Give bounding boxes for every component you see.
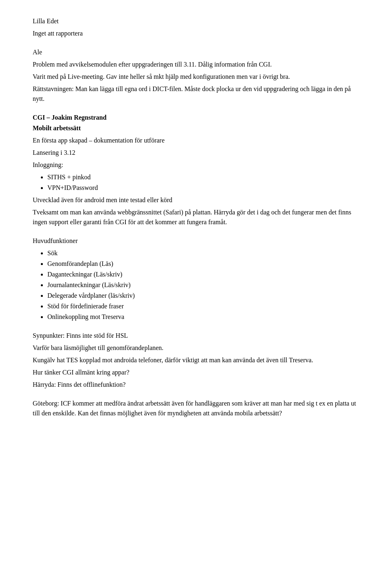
synpunkter-line5: Härryda: Finns det offlinefunktion?	[33, 380, 359, 390]
synpunkter-line4: Hur tänker CGI allmänt kring appar?	[33, 368, 359, 377]
list-item: Daganteckningar (Läs/skriv)	[47, 270, 359, 279]
lilla-edet-text: Inget att rapportera	[33, 29, 359, 38]
synpunkter-line2: Varför bara läsmöjlighet till genomföran…	[33, 343, 359, 353]
ale-line3: Rättstavningen: Man kan lägga till egna …	[33, 84, 359, 104]
list-item: Genomförandeplan (Läs)	[47, 259, 359, 269]
block-cgi-joakim: CGI – Joakim Regnstrand Mobilt arbetssät…	[33, 113, 359, 227]
list-item: Delegerade vårdplaner (läs/skriv)	[47, 291, 359, 301]
cgi-para2: Tveksamt om man kan använda webbgränssni…	[33, 207, 359, 227]
synpunkter-line3: Kungälv hat TES kopplad mot androida tel…	[33, 355, 359, 365]
ale-heading: Ale	[33, 47, 359, 57]
cgi-line2: Lansering i 3.12	[33, 148, 359, 158]
list-item: Stöd för fördefinierade fraser	[47, 301, 359, 311]
list-item: Journalanteckningar (Läs/skriv)	[47, 280, 359, 290]
block-huvudfunktioner: Huvudfunktioner Sök Genomförandeplan (Lä…	[33, 236, 359, 322]
block-goteborg: Göteborg: ICF kommer att medföra ändrat …	[33, 399, 359, 418]
list-item: SITHS + pinkod	[47, 172, 359, 182]
list-item: Onlinekoppling mot Treserva	[47, 312, 359, 322]
list-item: Sök	[47, 248, 359, 258]
cgi-inloggning-list: SITHS + pinkod VPN+ID/Password	[47, 172, 359, 193]
block-lilla-edet: Lilla Edet Inget att rapportera	[33, 16, 359, 38]
cgi-para1: Utvecklad även för android men inte test…	[33, 195, 359, 205]
huvudfunktioner-list: Sök Genomförandeplan (Läs) Daganteckning…	[47, 248, 359, 322]
huvudfunktioner-heading: Huvudfunktioner	[33, 236, 359, 246]
block-ale: Ale Problem med avvikelsemodulen efter u…	[33, 47, 359, 104]
lilla-edet-heading: Lilla Edet	[33, 16, 359, 26]
goteborg-text: Göteborg: ICF kommer att medföra ändrat …	[33, 399, 359, 418]
ale-line2: Varit med på Live-meeting. Gav inte hell…	[33, 72, 359, 82]
list-item: VPN+ID/Password	[47, 183, 359, 193]
synpunkter-line1: Synpunkter: Finns inte stöd för HSL	[33, 331, 359, 341]
block-synpunkter: Synpunkter: Finns inte stöd för HSL Varf…	[33, 331, 359, 390]
cgi-heading1: CGI – Joakim Regnstrand	[33, 113, 359, 123]
cgi-line1: En första app skapad – dokumentation för…	[33, 136, 359, 145]
ale-line1: Problem med avvikelsemodulen efter uppgr…	[33, 60, 359, 69]
cgi-inloggning-label: Inloggning:	[33, 160, 359, 170]
cgi-heading2: Mobilt arbetssätt	[33, 123, 359, 133]
